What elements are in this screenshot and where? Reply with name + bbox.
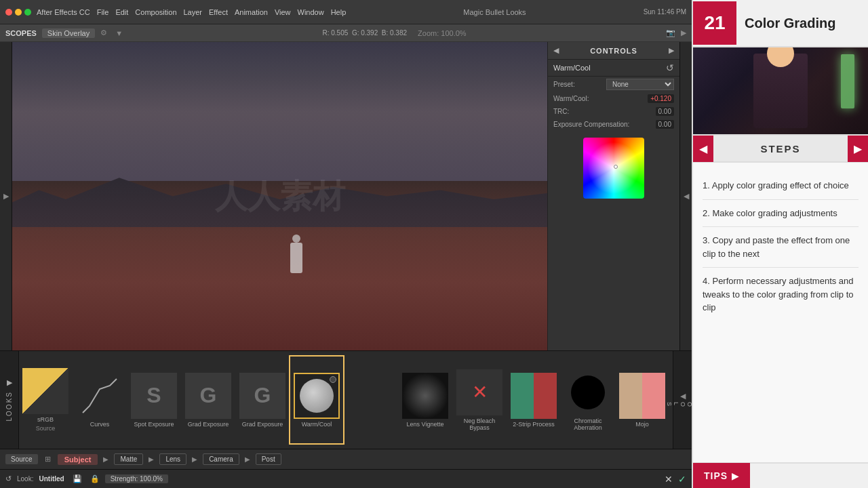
- undo-icon[interactable]: ↺: [5, 474, 12, 483]
- footer-bar: ↺ Look: Untitled 💾 🔒 Strength: 100.0% ✕ …: [0, 469, 692, 488]
- steps-next-button[interactable]: ▶: [848, 135, 868, 162]
- preset-select[interactable]: None: [606, 79, 674, 90]
- traffic-lights: [5, 9, 31, 16]
- preview-area: 人人素材: [12, 42, 547, 350]
- step-3: 3. Copy and paste the effect from one cl…: [703, 227, 859, 268]
- trc-value[interactable]: 0.00: [656, 107, 674, 116]
- save-icon[interactable]: 💾: [73, 474, 82, 483]
- menu-ae[interactable]: After Effects CC: [37, 8, 90, 16]
- effect-grad-exposure-1[interactable]: G Grad Exposure: [182, 357, 235, 443]
- matte-button[interactable]: Matte: [114, 453, 143, 465]
- controls-effect-name: Warm/Cool: [553, 64, 591, 72]
- look-name: Untitled: [39, 475, 64, 483]
- menu-edit[interactable]: Edit: [115, 8, 128, 16]
- effect-empty[interactable]: [344, 357, 397, 443]
- menu-layer[interactable]: Layer: [184, 8, 203, 16]
- top-bar-right: Sun 11:46 PM: [644, 8, 686, 16]
- subject-button[interactable]: Subject: [58, 454, 98, 465]
- menu-file[interactable]: File: [97, 8, 109, 16]
- chevron-down-icon[interactable]: ▼: [115, 29, 123, 37]
- look-label: Look:: [17, 475, 33, 483]
- exposure-value[interactable]: 0.00: [656, 120, 674, 129]
- effect-label-grad2: Grad Exposure: [242, 421, 283, 428]
- controls-effect-name-row: Warm/Cool ↺: [548, 60, 679, 77]
- effect-lens-vignette[interactable]: Lens Vignette: [399, 357, 452, 443]
- scopes-label[interactable]: SCOPES: [5, 29, 37, 37]
- main-area: After Effects CC File Edit Composition L…: [0, 0, 692, 488]
- right-panel-expand[interactable]: ◀: [679, 42, 692, 350]
- menu-effect[interactable]: Effect: [209, 8, 228, 16]
- effect-2strip[interactable]: 2-Strip Process: [507, 357, 560, 443]
- effect-curves[interactable]: Curves: [73, 357, 126, 443]
- color-b: B: 0.382: [382, 29, 407, 37]
- controls-title: CONTROLS: [590, 47, 637, 55]
- color-wheel[interactable]: [583, 138, 644, 199]
- effect-grad-exposure-2[interactable]: G Grad Exposure: [236, 357, 289, 443]
- settings-icon[interactable]: ⚙: [100, 28, 107, 37]
- strength-display[interactable]: Strength: 100.0%: [105, 474, 168, 483]
- controls-arrow-right[interactable]: ▶: [669, 46, 674, 55]
- maximize-button[interactable]: [24, 9, 31, 16]
- lens-button[interactable]: Lens: [159, 453, 186, 465]
- controls-arrow-left[interactable]: ◀: [553, 46, 559, 55]
- tips-button[interactable]: TIPS ▶: [693, 463, 750, 488]
- warm-cool-value[interactable]: +0.120: [648, 94, 674, 103]
- lesson-number-badge: 21: [693, 1, 736, 45]
- steps-prev-button[interactable]: ◀: [693, 135, 713, 162]
- menu-help[interactable]: Help: [331, 8, 347, 16]
- lesson-thumbnail: [693, 47, 868, 136]
- lock-icon[interactable]: 🔒: [90, 474, 100, 483]
- effect-thumb-vignette: [402, 373, 448, 419]
- confirm-button[interactable]: ✓: [678, 474, 686, 485]
- preview-figure: [290, 243, 302, 273]
- minimize-button[interactable]: [15, 9, 22, 16]
- left-panel-expand[interactable]: ▶: [0, 42, 12, 350]
- effect-label-2strip: 2-Strip Process: [513, 421, 555, 428]
- menu-view[interactable]: View: [275, 8, 291, 16]
- effect-thumb-warm-cool: [294, 373, 340, 419]
- effect-label-mojo: Mojo: [635, 421, 649, 428]
- sky-layer: [12, 42, 547, 181]
- camera-icon[interactable]: 📷: [666, 28, 675, 37]
- menu-window[interactable]: Window: [298, 8, 324, 16]
- post-button[interactable]: Post: [256, 453, 281, 465]
- panel-arrow-right[interactable]: ▶: [681, 28, 686, 37]
- color-wheel-dot[interactable]: [614, 165, 618, 169]
- step-4: 4. Perform necessary adjustments and twe…: [703, 268, 859, 321]
- menu-animation[interactable]: Animation: [235, 8, 268, 16]
- menu-composition[interactable]: Composition: [135, 8, 176, 16]
- effect-thumb-neg-bleach: ✕: [456, 369, 502, 415]
- color-wheel-container: [548, 131, 679, 205]
- effect-chromatic[interactable]: Chromatic Aberration: [561, 357, 614, 443]
- effect-warm-cool[interactable]: Warm/Cool: [290, 357, 343, 443]
- effect-neg-bleach[interactable]: ✕ Neg Bleach Bypass: [453, 357, 506, 443]
- effect-mojo[interactable]: Mojo: [616, 357, 669, 443]
- camera-button[interactable]: Camera: [203, 453, 239, 465]
- looks-expand-arrow[interactable]: ▶: [7, 378, 12, 387]
- scopes-bar: SCOPES Skin Overlay ⚙ ▼ R: 0.505 G: 0.39…: [0, 24, 692, 42]
- effect-thumb-grad1: G: [185, 373, 231, 419]
- step-2-text: 2. Make color grading adjustments: [703, 208, 837, 218]
- lesson-header: 21 Color Grading: [693, 0, 868, 47]
- effect-label-curves: Curves: [90, 421, 110, 428]
- close-button[interactable]: [5, 9, 12, 16]
- grad2-letter: G: [254, 383, 271, 408]
- effect-spot-exposure[interactable]: S Spot Exposure: [127, 357, 180, 443]
- effect-thumb-grad2: G: [239, 373, 285, 419]
- timeline-bar: Source ⊞ Subject ▶ Matte ▶ Lens ▶ Camera…: [0, 449, 692, 469]
- skin-overlay-button[interactable]: Skin Overlay: [42, 28, 95, 38]
- cancel-button[interactable]: ✕: [665, 474, 673, 485]
- tools-expand-arrow[interactable]: ◀: [680, 392, 686, 401]
- preset-label: Preset:: [553, 81, 575, 88]
- effect-thumb-source: [22, 368, 68, 414]
- preview-image: 人人素材: [12, 42, 547, 350]
- tips-footer: TIPS ▶: [693, 462, 868, 488]
- effect-source[interactable]: sRGB Source: [19, 357, 72, 443]
- effect-label-vignette: Lens Vignette: [407, 421, 444, 428]
- controls-reset-button[interactable]: ↺: [666, 62, 674, 73]
- source-button[interactable]: Source: [5, 454, 38, 464]
- neg-bleach-x: ✕: [472, 381, 488, 403]
- effect-thumb-2strip: [511, 373, 557, 419]
- step-2-number: 2.: [703, 208, 712, 218]
- steps-header: ◀ STEPS ▶: [693, 136, 868, 163]
